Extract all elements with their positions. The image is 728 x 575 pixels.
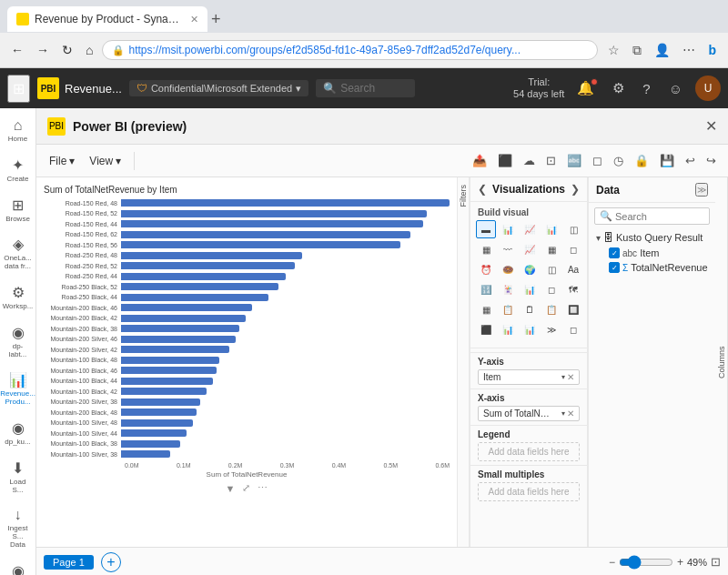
profile-icon[interactable]: 👤: [650, 40, 674, 61]
vis-funnel-icon[interactable]: 📈: [520, 240, 540, 258]
x-axis-field[interactable]: Sum of TotalNetReven... ▾ ✕: [478, 406, 580, 421]
new-tab-button[interactable]: +: [211, 10, 221, 29]
bar-fill[interactable]: [121, 210, 427, 217]
toolbar-icon-3[interactable]: ☁: [519, 151, 540, 170]
browser-tab[interactable]: Revenue by Product - Synapse R... ✕: [7, 6, 207, 32]
vis-geo-icon[interactable]: 🗺: [563, 280, 583, 298]
vis-more-icon[interactable]: ≫: [541, 320, 561, 338]
data-panel-expand[interactable]: ≫: [695, 183, 708, 197]
toolbar-icon-4[interactable]: ⊡: [541, 151, 561, 170]
file-menu-button[interactable]: File ▾: [44, 152, 80, 170]
bookmark-icon[interactable]: ☆: [603, 40, 624, 61]
toolbar-icon-5[interactable]: 🔤: [562, 151, 586, 170]
extension-icon[interactable]: ⧉: [628, 40, 646, 61]
header-search[interactable]: 🔍: [316, 79, 414, 97]
item-checkbox[interactable]: ✓: [609, 247, 620, 258]
toolbar-icon-11[interactable]: ↪: [702, 151, 721, 170]
sidebar-item-home[interactable]: ⌂ Home: [2, 112, 35, 149]
y-axis-field-expand[interactable]: ▾: [561, 372, 565, 382]
data-search-input[interactable]: [615, 211, 704, 222]
vis-narrative-icon[interactable]: 🗒: [520, 300, 540, 318]
bar-fill[interactable]: [121, 241, 400, 248]
sidebar-item-load[interactable]: ⬇ Load S...: [2, 454, 35, 500]
sidebar-item-revenue[interactable]: 📊 Revenue... Produ...: [2, 366, 35, 412]
sidebar-item-dp-labt[interactable]: ◉ dp-labt...: [2, 318, 35, 365]
bar-fill[interactable]: [121, 409, 197, 416]
vis-slicer-icon[interactable]: 🃏: [498, 280, 518, 298]
toolbar-icon-1[interactable]: 📤: [468, 151, 491, 170]
revenue-checkbox[interactable]: ✓: [609, 262, 620, 273]
bar-fill[interactable]: [121, 294, 268, 301]
bar-fill[interactable]: [121, 367, 217, 374]
toolbar-icon-7[interactable]: ◷: [609, 151, 628, 170]
vis-text-icon[interactable]: Aa: [563, 260, 583, 278]
vis-matrix-icon[interactable]: ◫: [541, 260, 561, 278]
bar-fill[interactable]: [121, 419, 193, 427]
refresh-button[interactable]: ↻: [58, 41, 76, 59]
vis-scatter-icon[interactable]: ▦: [476, 240, 496, 258]
user-avatar[interactable]: U: [695, 76, 721, 101]
search-input[interactable]: [340, 82, 407, 95]
confidential-badge[interactable]: 🛡 Confidential\Microsoft Extended ▾: [129, 80, 308, 96]
add-page-button[interactable]: +: [101, 552, 121, 572]
forward-button[interactable]: →: [33, 41, 53, 59]
zoom-out-button[interactable]: −: [609, 556, 615, 569]
vis-decomp-icon[interactable]: 📋: [541, 300, 561, 318]
vis-col-chart-icon[interactable]: 📊: [498, 220, 518, 238]
waffle-menu-button[interactable]: ⊞: [7, 75, 30, 103]
y-axis-field-remove[interactable]: ✕: [567, 372, 574, 382]
sidebar-item-browse[interactable]: ⊞ Browse: [2, 191, 35, 229]
sidebar-item-ingest[interactable]: ↓ Ingest S... Data: [2, 501, 35, 554]
vis-gauge-icon[interactable]: ▦: [541, 240, 561, 258]
vis-qna-icon[interactable]: 🔲: [563, 300, 583, 318]
bar-fill[interactable]: [121, 398, 200, 406]
notification-area[interactable]: 🔔: [571, 76, 600, 100]
bar-fill[interactable]: [121, 262, 295, 269]
data-tree-item-item[interactable]: ✓ abc Item: [589, 246, 715, 260]
bar-fill[interactable]: [121, 315, 246, 322]
vis-panel-expand[interactable]: ❯: [571, 183, 580, 196]
vis-shape-icon[interactable]: ◻: [541, 280, 561, 298]
sidebar-item-dp-ku[interactable]: ◉ dp_ku...: [2, 414, 35, 452]
fit-page-button[interactable]: ⊡: [711, 555, 721, 569]
sidebar-item-dp-labl[interactable]: ◉ dp_labl...: [2, 557, 35, 575]
vis-kpi-icon[interactable]: 🔢: [476, 280, 496, 298]
bar-fill[interactable]: [121, 199, 450, 207]
vis-box-icon[interactable]: 📊: [520, 320, 540, 338]
address-bar[interactable]: 🔒 https://msit.powerbi.com/groups/ef2d58…: [102, 40, 598, 60]
bar-fill[interactable]: [121, 440, 180, 448]
bar-fill[interactable]: [121, 283, 278, 290]
vis-panel-collapse[interactable]: ❮: [478, 183, 487, 196]
columns-indicator[interactable]: Columns: [715, 177, 728, 547]
bar-fill[interactable]: [121, 450, 170, 458]
vis-donut-icon[interactable]: 🍩: [498, 260, 518, 278]
x-axis-field-expand[interactable]: ▾: [561, 409, 565, 419]
expand-icon[interactable]: ⤢: [242, 482, 250, 494]
settings-button[interactable]: ⚙: [607, 76, 630, 100]
vis-table-icon[interactable]: 📊: [520, 280, 540, 298]
bar-fill[interactable]: [121, 388, 207, 395]
close-tab-icon[interactable]: ✕: [190, 14, 198, 25]
vis-ribbon-icon[interactable]: ◫: [563, 220, 583, 238]
vis-bullet-icon[interactable]: 📊: [498, 320, 518, 338]
feedback-button[interactable]: ☺: [663, 77, 688, 100]
vis-card-icon[interactable]: ◻: [563, 240, 583, 258]
menu-icon[interactable]: ⋯: [678, 40, 700, 61]
sidebar-item-create[interactable]: ✦ Create: [2, 151, 35, 189]
bar-fill[interactable]: [121, 357, 219, 364]
sidebar-item-onelake[interactable]: ◈ OneLa... data fr...: [2, 230, 35, 277]
vis-treemap-icon[interactable]: ▦: [476, 300, 496, 318]
bar-fill[interactable]: [121, 304, 252, 311]
vis-line-icon[interactable]: 📈: [520, 220, 540, 238]
page-1-tab[interactable]: Page 1: [44, 555, 94, 570]
zoom-slider[interactable]: [619, 555, 673, 570]
filters-panel[interactable]: Filters: [457, 177, 470, 547]
bar-fill[interactable]: [121, 252, 302, 259]
vis-area-icon[interactable]: 📊: [541, 220, 561, 238]
more-icon[interactable]: ⋯: [258, 482, 268, 494]
bar-fill[interactable]: [121, 325, 239, 332]
bar-fill[interactable]: [121, 346, 229, 353]
back-button[interactable]: ←: [7, 41, 27, 59]
toolbar-icon-9[interactable]: 💾: [655, 151, 679, 170]
y-axis-field[interactable]: Item ▾ ✕: [478, 369, 580, 385]
